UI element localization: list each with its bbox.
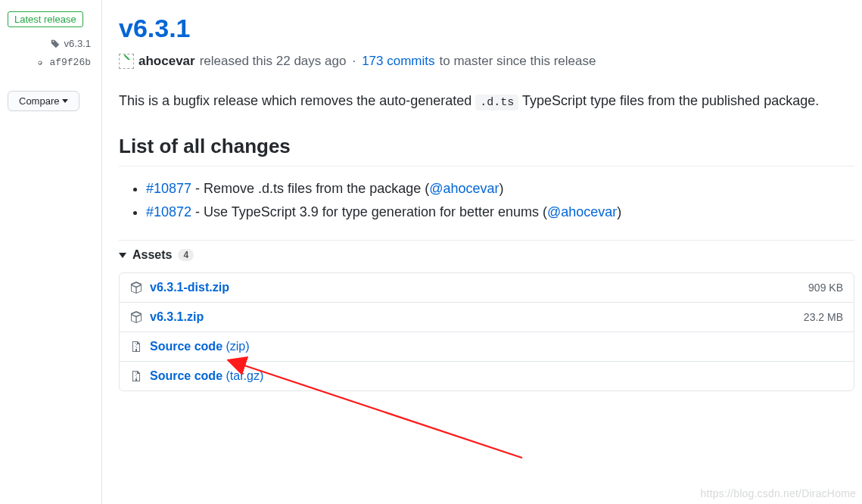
- user-link[interactable]: @ahocevar: [547, 204, 617, 219]
- desc-post: TypeScript type files from the published…: [522, 93, 819, 108]
- desc-pre: This is a bugfix release which removes t…: [119, 93, 475, 108]
- change-item: #10872 - Use TypeScript 3.9 for type gen…: [146, 201, 854, 224]
- tag-icon: [50, 39, 61, 49]
- divider: [119, 240, 854, 241]
- assets-label: Assets: [132, 248, 172, 262]
- compare-label: Compare: [19, 95, 59, 107]
- commit-sha: af9f26b: [49, 57, 91, 68]
- tag-row[interactable]: v6.3.1: [8, 38, 94, 49]
- sidebar: Latest release v6.3.1 af9f26b Compare: [0, 0, 102, 504]
- release-description: This is a bugfix release which removes t…: [119, 90, 854, 112]
- release-meta: ahocevar released this 22 days ago · 173…: [119, 54, 854, 69]
- changes-heading: List of all changes: [119, 135, 854, 166]
- separator-dot: ·: [352, 54, 356, 69]
- asset-size: 23.2 MB: [804, 311, 843, 323]
- asset-link[interactable]: v6.3.1-dist.zip: [150, 281, 229, 294]
- assets-box: v6.3.1-dist.zip 909 KB v6.3.1.zip 23.2 M…: [119, 272, 854, 391]
- released-text: released this 22 days ago: [200, 54, 347, 69]
- caret-down-icon: [62, 99, 68, 103]
- asset-size: 909 KB: [808, 282, 843, 294]
- avatar[interactable]: [119, 54, 134, 69]
- asset-link[interactable]: v6.3.1.zip: [150, 310, 204, 324]
- commit-icon: [35, 58, 45, 68]
- tag-label: v6.3.1: [64, 38, 91, 49]
- inline-code: .d.ts: [475, 95, 518, 110]
- file-zip-icon: [130, 341, 142, 353]
- file-zip-icon: [130, 370, 142, 382]
- latest-release-badge: Latest release: [8, 11, 83, 27]
- issue-link[interactable]: #10872: [146, 204, 191, 219]
- change-item: #10877 - Remove .d.ts files from the pac…: [146, 177, 854, 201]
- assets-count: 4: [178, 249, 194, 261]
- commits-suffix: to master since this release: [440, 54, 596, 69]
- asset-row: Source code (tar.gz): [120, 361, 854, 390]
- watermark: https://blog.csdn.net/DiracHome: [701, 487, 856, 499]
- triangle-down-icon: [119, 253, 126, 258]
- author-link[interactable]: ahocevar: [138, 54, 195, 69]
- asset-link[interactable]: Source code (zip): [150, 340, 250, 353]
- user-link[interactable]: @ahocevar: [429, 181, 499, 196]
- assets-toggle[interactable]: Assets 4: [119, 248, 854, 262]
- issue-link[interactable]: #10877: [146, 181, 191, 196]
- commit-row[interactable]: af9f26b: [8, 57, 94, 68]
- package-icon: [130, 311, 142, 323]
- changes-list: #10877 - Remove .d.ts files from the pac…: [119, 177, 854, 223]
- release-title[interactable]: v6.3.1: [119, 14, 854, 43]
- package-icon: [130, 282, 142, 294]
- commits-link[interactable]: 173 commits: [362, 54, 434, 69]
- asset-row: Source code (zip): [120, 331, 854, 361]
- compare-button[interactable]: Compare: [8, 91, 79, 111]
- asset-row: v6.3.1-dist.zip 909 KB: [120, 273, 854, 302]
- asset-link[interactable]: Source code (tar.gz): [150, 369, 263, 383]
- release-main: v6.3.1 ahocevar released this 22 days ag…: [102, 0, 862, 504]
- asset-row: v6.3.1.zip 23.2 MB: [120, 302, 854, 331]
